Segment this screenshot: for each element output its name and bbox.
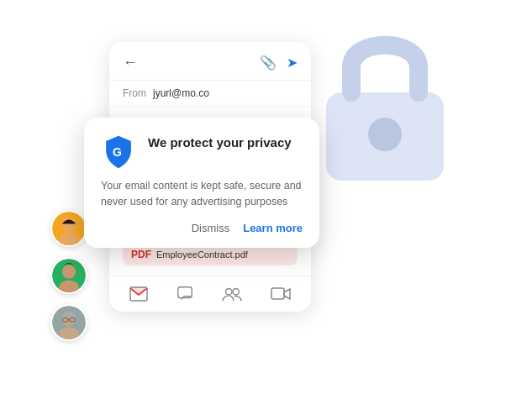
from-label: From (123, 87, 146, 99)
privacy-card: G We protect your privacy Your email con… (84, 118, 319, 248)
svg-point-18 (226, 288, 232, 294)
svg-point-1 (368, 118, 402, 151)
avatars-list (50, 210, 87, 341)
privacy-card-title: We protect your privacy (148, 134, 292, 151)
avatar-2 (50, 257, 87, 294)
from-row: From jyurl@mo.co (109, 81, 311, 107)
chat-icon[interactable] (176, 285, 194, 303)
g-shield-icon: G (101, 134, 136, 170)
gmail-icon[interactable] (129, 286, 148, 302)
privacy-card-description: Your email content is kept safe, secure … (101, 178, 303, 210)
email-header: ← 📎 ➤ (109, 42, 311, 81)
lock-icon (309, 17, 461, 185)
dismiss-button[interactable]: Dismiss (192, 222, 230, 234)
back-button[interactable]: ← (123, 54, 138, 71)
privacy-card-header: G We protect your privacy (101, 134, 303, 170)
attach-icon: 📎 (260, 55, 277, 71)
from-value: jyurl@mo.co (153, 87, 209, 99)
svg-text:G: G (113, 145, 122, 159)
meet-icon[interactable] (221, 285, 243, 303)
pdf-icon: PDF (131, 249, 151, 260)
video-icon[interactable] (271, 286, 291, 302)
email-footer (109, 276, 311, 312)
attachment-filename: EmployeeContract.pdf (156, 249, 248, 260)
svg-rect-20 (271, 288, 284, 299)
svg-point-8 (62, 265, 76, 278)
avatar-3 (50, 304, 87, 341)
header-icons: 📎 ➤ (260, 55, 298, 71)
learn-more-button[interactable]: Learn more (243, 222, 303, 234)
avatar-1 (50, 210, 87, 247)
send-button[interactable]: ➤ (287, 55, 298, 71)
svg-point-19 (233, 288, 239, 294)
scene: ← 📎 ➤ From jyurl@mo.co See Just Bloomed … (0, 0, 511, 420)
privacy-card-actions: Dismiss Learn more (101, 222, 303, 234)
